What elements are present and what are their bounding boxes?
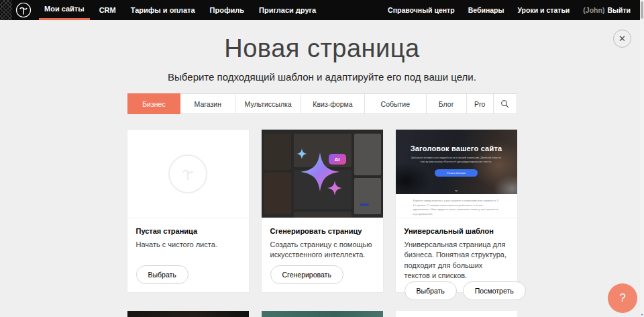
- chevron-down-icon: ⌄: [454, 187, 459, 193]
- template-hero-button: Узнать больше: [435, 169, 478, 177]
- topbar-item-my-sites[interactable]: Мои сайты: [39, 0, 90, 20]
- card-ai-preview[interactable]: AI: [262, 130, 383, 218]
- topbar-texture: [0, 0, 12, 20]
- page-subtitle: Выберите подходящий шаблон и адаптируйте…: [0, 71, 644, 83]
- tab-search[interactable]: [494, 94, 517, 114]
- topbar-item-invite-friend[interactable]: Пригласи друга: [254, 0, 321, 20]
- search-icon: [500, 99, 509, 108]
- close-icon: ✕: [619, 34, 626, 44]
- small-sparkle-icon: [327, 181, 342, 195]
- question-mark-icon: ?: [619, 291, 625, 305]
- close-button[interactable]: ✕: [613, 30, 631, 48]
- card-description: Создать страницу с помощью искусственног…: [270, 240, 374, 261]
- tilda-watermark-icon: [168, 154, 207, 193]
- card-universal-info: Универсальный шаблон Универсальная стран…: [396, 218, 517, 308]
- card-description: Универсальная страница для бизнеса. Поня…: [405, 240, 508, 281]
- card-title: Пустая страница: [136, 227, 240, 235]
- tilda-logo-icon: [15, 2, 32, 18]
- choose-button[interactable]: Выбрать: [405, 281, 457, 300]
- card-universal-preview[interactable]: Заголовок вашего сайта Добавьте интересн…: [396, 130, 517, 218]
- template-card-partial[interactable]: [396, 311, 517, 317]
- card-ai-generate: AI Сгенерировать страницу Создать страни…: [262, 130, 383, 292]
- topbar-logout-link[interactable]: Выйти: [604, 6, 632, 14]
- tab-business[interactable]: Бизнес: [127, 93, 181, 114]
- topbar-username: (John): [578, 6, 604, 14]
- template-cards-row-partial: [127, 311, 517, 317]
- tab-quiz-form[interactable]: Квиз-форма: [301, 94, 365, 114]
- card-blank-info: Пустая страница Начать с чистого листа. …: [127, 218, 249, 292]
- scrollbar[interactable]: ▼: [640, 0, 644, 317]
- view-button[interactable]: Посмотреть: [463, 281, 526, 300]
- scrollbar-down-arrow[interactable]: ▼: [640, 313, 644, 316]
- topbar-item-webinars[interactable]: Вебинары: [463, 0, 510, 20]
- help-button[interactable]: ?: [608, 283, 637, 313]
- tab-event[interactable]: Событие: [365, 94, 427, 114]
- topbar-menu: Мои сайты CRM Тарифы и оплата Профиль Пр…: [39, 0, 325, 20]
- card-ai-info: Сгенерировать страницу Создать страницу …: [262, 218, 383, 292]
- template-hero-subtext: Добавьте интересные подробности о вашей …: [409, 156, 503, 165]
- topbar-item-plans[interactable]: Тарифы и оплата: [125, 0, 201, 20]
- topbar-right-menu: Справочный центр Вебинары Уроки и статьи…: [382, 0, 644, 20]
- template-body-text: Коротко представьтесь и расскажите о ком…: [413, 199, 500, 217]
- tilda-logo[interactable]: [12, 2, 35, 18]
- topbar-item-profile[interactable]: Профиль: [205, 0, 250, 20]
- choose-button[interactable]: Выбрать: [136, 265, 189, 284]
- card-blank-page: Пустая страница Начать с чистого листа. …: [127, 130, 249, 292]
- template-card-partial[interactable]: [262, 311, 383, 317]
- template-cards-row: Пустая страница Начать с чистого листа. …: [127, 130, 517, 292]
- topbar-item-crm[interactable]: CRM: [94, 0, 121, 20]
- topbar-item-lessons[interactable]: Уроки и статьи: [512, 0, 575, 20]
- scrollbar-thumb[interactable]: [641, 1, 643, 19]
- tab-multilink[interactable]: Мультиссылка: [235, 94, 301, 114]
- topbar-item-help-center[interactable]: Справочный центр: [382, 0, 460, 20]
- template-body-section: Коротко представьтесь и расскажите о ком…: [396, 194, 517, 218]
- page-title: Новая страница: [0, 34, 644, 63]
- template-card-partial[interactable]: [127, 311, 249, 317]
- template-hero-title: Заголовок вашего сайта: [411, 144, 502, 152]
- tab-blog[interactable]: Блог: [427, 94, 467, 114]
- card-universal-template: Заголовок вашего сайта Добавьте интересн…: [396, 130, 517, 292]
- card-title: Универсальный шаблон: [405, 227, 508, 235]
- template-hero-image: Заголовок вашего сайта Добавьте интересн…: [396, 130, 517, 194]
- card-title: Сгенерировать страницу: [270, 227, 374, 235]
- generate-button[interactable]: Сгенерировать: [270, 265, 343, 284]
- ai-badge: AI: [329, 154, 346, 165]
- card-description: Начать с чистого листа.: [136, 240, 240, 250]
- template-category-tabs: Бизнес Магазин Мультиссылка Квиз-форма С…: [127, 93, 517, 114]
- topbar: Мои сайты CRM Тарифы и оплата Профиль Пр…: [0, 0, 644, 20]
- card-blank-preview[interactable]: [127, 130, 249, 218]
- tab-pro[interactable]: Pro: [467, 94, 494, 114]
- tab-shop[interactable]: Магазин: [180, 94, 235, 114]
- small-sparkle-icon: [297, 148, 307, 159]
